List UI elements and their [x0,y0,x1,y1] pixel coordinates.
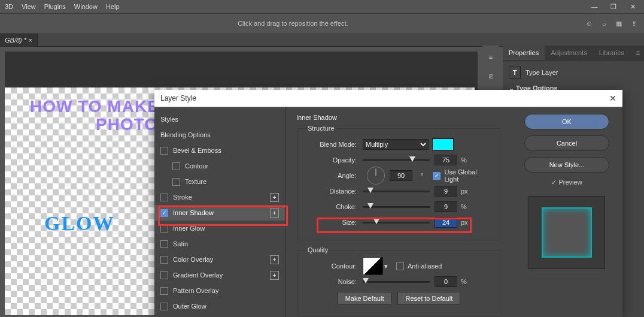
blending-options-row[interactable]: Blending Options [154,127,285,143]
checkbox[interactable]: ✓ [160,209,168,217]
cancel-button[interactable]: Cancel [524,135,609,151]
row-label: Color Overlay [173,256,213,263]
restore-button[interactable]: ❐ [607,2,620,11]
use-global-light-checkbox[interactable]: ✓ [433,172,441,180]
stroke-row[interactable]: Stroke+ [154,189,285,205]
dialog-close-icon[interactable]: ✕ [609,93,616,103]
row-label: Texture [185,178,206,185]
settings-title: Inner Shadow [296,114,502,121]
angle-dial[interactable] [367,167,385,185]
color-overlay-row[interactable]: Color Overlay+ [154,252,285,267]
distance-unit: px [461,188,468,195]
checkbox[interactable] [172,178,180,186]
menu-view[interactable]: View [22,3,36,10]
size-input[interactable] [435,217,457,228]
checkbox[interactable] [160,225,168,233]
blend-mode-select[interactable]: Multiply [363,139,429,150]
noise-label: Noise: [305,278,357,285]
satin-row[interactable]: Satin [154,236,285,252]
size-slider[interactable] [363,219,430,225]
size-label: Size: [305,219,357,226]
new-style-button[interactable]: New Style... [524,157,609,173]
checkbox[interactable] [160,271,168,279]
tab-libraries[interactable]: Libraries [593,46,630,60]
structure-group: Structure Blend Mode: Multiply Opacity: … [297,125,500,240]
use-global-light-label: Use Global Light [444,168,493,183]
settings-pane: Inner Shadow Structure Blend Mode: Multi… [285,107,511,317]
distance-label: Distance: [305,188,357,195]
reset-default-button[interactable]: Reset to Default [397,292,460,305]
menu-window[interactable]: Window [74,3,98,10]
angle-unit: ° [421,172,423,179]
opacity-unit: % [461,156,467,164]
menu-plugins[interactable]: Plugins [44,3,66,10]
add-effect-icon[interactable]: + [270,209,279,218]
document-tab-label: GB/8) * [5,37,26,44]
preview-checkbox[interactable]: ✓ [551,179,557,186]
choke-slider[interactable] [363,204,430,210]
slider-icon[interactable]: ⎚ [485,71,496,81]
distance-input[interactable] [435,186,457,197]
checkbox[interactable] [160,194,168,201]
preview-toggle[interactable]: ✓ Preview [551,179,582,186]
chevron-down-icon[interactable]: ▾ [384,262,388,270]
document-tab[interactable]: GB/8) * × [0,34,38,46]
outer-glow-row[interactable]: Outer Glow [154,298,285,314]
inner-glow-row[interactable]: Inner Glow [154,221,285,236]
search-icon[interactable]: ⌕ [602,20,606,28]
tab-adjustments[interactable]: Adjustments [545,46,593,60]
pattern-overlay-row[interactable]: Pattern Overlay [154,283,285,298]
canvas-text-line2: PHOTO [96,115,158,134]
dialog-title: Layer Style [160,94,196,102]
close-window-button[interactable]: ✕ [626,2,639,11]
checkbox[interactable] [160,147,168,155]
styles-header[interactable]: Styles [154,111,285,127]
choke-input[interactable] [435,201,457,212]
dialog-titlebar[interactable]: Layer Style ✕ [154,90,622,107]
checkbox[interactable] [160,240,168,248]
layer-style-dialog: Layer Style ✕ Styles Blending Options Be… [154,90,622,317]
row-label: Styles [160,116,178,123]
grid-icon[interactable]: ▦ [616,20,622,28]
antialias-checkbox[interactable] [396,262,404,270]
menu-bar: 3D View Plugins Window Help — ❐ ✕ [0,0,644,13]
choke-label: Choke: [305,203,357,210]
minimize-button[interactable]: — [588,2,601,11]
opacity-slider[interactable] [363,157,430,163]
menu-3d[interactable]: 3D [5,3,13,10]
shadow-color-swatch[interactable] [432,138,454,150]
menu-help[interactable]: Help [106,3,120,10]
add-effect-icon[interactable]: + [270,193,279,202]
checkbox[interactable] [160,256,168,264]
share-icon[interactable]: ⇪ [631,20,637,28]
row-label: Inner Shadow [173,209,214,216]
texture-row[interactable]: Texture [154,174,285,189]
bevel-emboss-row[interactable]: Bevel & Emboss [154,143,285,158]
checkbox[interactable] [160,303,168,310]
panel-menu-icon[interactable]: ≡ [630,46,644,60]
align-icon[interactable]: ≡ [485,52,496,62]
distance-slider[interactable] [363,188,430,194]
angle-label: Angle: [305,172,356,179]
add-effect-icon[interactable]: + [270,255,279,264]
add-effect-icon[interactable]: + [270,271,279,280]
inner-shadow-row[interactable]: ✓Inner Shadow+ [154,205,285,221]
make-default-button[interactable]: Make Default [338,292,392,305]
preview-thumbnail [528,196,605,269]
close-tab-icon[interactable]: × [28,37,32,44]
contour-picker[interactable] [363,257,383,275]
angle-input[interactable] [390,170,412,181]
opacity-input[interactable] [435,155,457,165]
noise-slider[interactable] [363,279,430,285]
noise-input[interactable] [435,276,457,287]
contour-row[interactable]: Contour [154,158,285,174]
row-label: Pattern Overlay [173,287,218,294]
gradient-overlay-row[interactable]: Gradient Overlay+ [154,267,285,283]
checkbox[interactable] [160,287,168,295]
checkbox[interactable] [172,162,180,170]
tab-properties[interactable]: Properties [503,46,545,60]
options-bar: Click and drag to reposition the effect.… [0,13,644,33]
ok-button[interactable]: OK [524,114,609,129]
profile-icon[interactable]: ☺ [586,20,593,28]
quality-group: Quality Contour: ▾ Anti-aliased Noise: % [297,246,500,316]
